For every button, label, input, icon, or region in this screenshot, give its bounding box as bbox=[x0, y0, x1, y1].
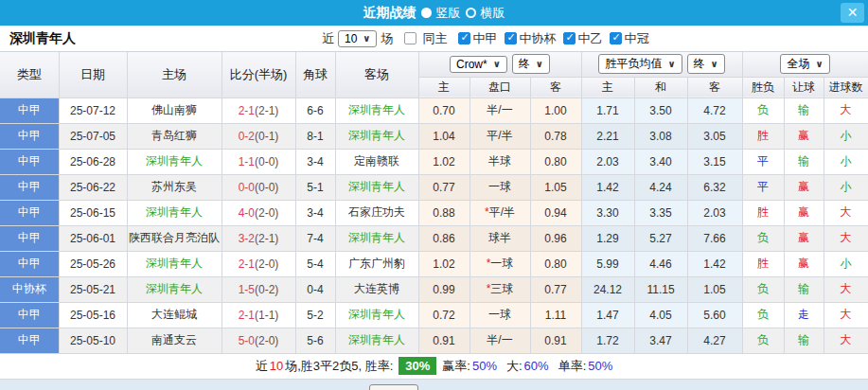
scope-select[interactable]: 全场 bbox=[780, 54, 829, 74]
odds-away-cell: 0.94 bbox=[530, 200, 581, 225]
corners-cell: 5-6 bbox=[295, 328, 335, 353]
league-checkbox-中甲[interactable] bbox=[458, 32, 470, 44]
odds-away-cell: 1.05 bbox=[530, 174, 581, 200]
avg-lose-cell: 7.66 bbox=[687, 225, 742, 251]
avg-draw-cell: 4.46 bbox=[634, 251, 687, 276]
portrait-radio[interactable] bbox=[421, 8, 432, 18]
handicap-cell: *三球 bbox=[469, 276, 530, 302]
league-type-cell: 中甲 bbox=[0, 200, 59, 225]
same-home-checkbox[interactable] bbox=[404, 32, 416, 44]
league-label[interactable]: 中协杯 bbox=[519, 31, 556, 45]
league-label[interactable]: 中甲 bbox=[472, 31, 497, 45]
away-team-cell: 深圳青年人 bbox=[335, 328, 418, 353]
col-header-away: 客场 bbox=[335, 52, 418, 98]
wdl-result-cell: 负 bbox=[742, 98, 784, 123]
partial-button[interactable] bbox=[369, 384, 418, 390]
wdl-result-cell: 平 bbox=[742, 149, 784, 174]
match-count-select[interactable]: 10 bbox=[338, 30, 377, 47]
league-type-cell: 中甲 bbox=[0, 328, 59, 353]
odds-home-cell: 0.77 bbox=[418, 174, 469, 200]
league-type-cell: 中甲 bbox=[0, 251, 59, 276]
goals-result-cell: 大 bbox=[824, 98, 868, 123]
avg-win-cell: 2.21 bbox=[581, 123, 634, 149]
avg-win-cell: 1.47 bbox=[581, 302, 634, 328]
sub-col-header: 和 bbox=[634, 77, 687, 98]
home-team-cell: 南通支云 bbox=[127, 328, 221, 353]
sub-col-header: 客 bbox=[687, 77, 742, 98]
score-cell: 0-0(0-0) bbox=[221, 174, 295, 200]
handicap-cell: *一球 bbox=[469, 251, 530, 276]
wdl-result-cell: 胜 bbox=[742, 251, 784, 276]
near-label: 近 bbox=[322, 30, 334, 47]
bookmaker-select[interactable]: Crow* bbox=[450, 56, 507, 73]
league-label[interactable]: 中乙 bbox=[577, 31, 602, 45]
league-checkbox-中乙[interactable] bbox=[563, 32, 576, 44]
close-icon[interactable]: ✕ bbox=[841, 3, 864, 23]
odds-home-cell: 1.04 bbox=[418, 123, 469, 149]
league-checkbox-中冠[interactable] bbox=[610, 32, 622, 44]
odds-home-cell: 1.02 bbox=[418, 149, 469, 174]
landscape-label[interactable]: 横版 bbox=[481, 5, 505, 22]
sub-col-header: 主 bbox=[581, 77, 634, 98]
league-checkbox-中协杯[interactable] bbox=[505, 32, 517, 44]
games-label: 场 bbox=[381, 30, 393, 47]
same-home-label[interactable]: 同主 bbox=[422, 30, 447, 47]
score-cell: 2-1(1-1) bbox=[221, 302, 295, 328]
handicap-result-cell: 输 bbox=[784, 276, 824, 302]
avg-lose-cell: 1.05 bbox=[687, 276, 742, 302]
score-cell: 1-5(0-2) bbox=[221, 276, 295, 302]
home-team-cell: 苏州东吴 bbox=[127, 174, 221, 200]
col-header-date: 日期 bbox=[59, 52, 127, 98]
handicap-cell: *平/半 bbox=[469, 200, 530, 225]
handicap-result-cell: 赢 bbox=[784, 123, 824, 149]
odds-home-cell: 1.02 bbox=[418, 251, 469, 276]
recent-results-popup: 近期战绩 竖版 横版 ✕ 深圳青年人 近 10 场 同主 中甲中协杯中乙中冠 bbox=[0, 0, 868, 390]
avg-stage-select[interactable]: 终 bbox=[687, 54, 725, 74]
scope-header: 全场 bbox=[742, 52, 868, 77]
score-cell: 0-2(0-1) bbox=[221, 123, 295, 149]
date-cell: 25-05-21 bbox=[59, 276, 127, 302]
match-row: 中甲25-07-05青岛红狮0-2(0-1)8-1深圳青年人1.04平/半0.7… bbox=[0, 123, 868, 149]
summary-near: 近 bbox=[256, 358, 268, 375]
corners-cell: 3-4 bbox=[295, 149, 335, 174]
handicap-cell: 球半 bbox=[469, 225, 530, 251]
date-cell: 25-07-12 bbox=[59, 98, 127, 123]
single-rate-value: 50% bbox=[588, 359, 612, 373]
handicap-result-cell: 走 bbox=[784, 302, 824, 328]
odds-home-cell: 0.99 bbox=[418, 276, 469, 302]
handicap-cell: 一球 bbox=[469, 174, 530, 200]
bookmaker-stage-select[interactable]: 终 bbox=[512, 54, 550, 74]
league-label[interactable]: 中冠 bbox=[624, 31, 648, 45]
handicap-cell: 平/半 bbox=[469, 123, 530, 149]
away-team-cell: 深圳青年人 bbox=[335, 174, 418, 200]
handicap-rate-label: 赢率: bbox=[442, 358, 470, 375]
away-team-cell: 定南赣联 bbox=[335, 149, 418, 174]
odds-away-cell: 0.78 bbox=[530, 123, 581, 149]
corners-cell: 6-6 bbox=[295, 98, 335, 123]
avg-win-cell: 3.30 bbox=[581, 200, 634, 225]
portrait-label[interactable]: 竖版 bbox=[436, 5, 461, 22]
odds-home-cell: 0.91 bbox=[418, 328, 469, 353]
avg-lose-cell: 1.42 bbox=[687, 251, 742, 276]
league-type-cell: 中甲 bbox=[0, 98, 59, 123]
goals-result-cell: 小 bbox=[824, 123, 868, 149]
summary-games: 10 bbox=[270, 359, 283, 373]
home-team-cell: 陕西联合月亮泊队 bbox=[127, 225, 221, 251]
wdl-result-cell: 负 bbox=[742, 302, 784, 328]
odds-away-cell: 0.77 bbox=[530, 276, 581, 302]
filter-bar: 深圳青年人 近 10 场 同主 中甲中协杯中乙中冠 bbox=[0, 26, 868, 52]
sub-col-header: 进球数 bbox=[824, 77, 868, 98]
handicap-result-cell: 赢 bbox=[784, 251, 824, 276]
avg-lose-cell: 2.03 bbox=[687, 200, 742, 225]
avg-type-select[interactable]: 胜平负均值 bbox=[598, 54, 682, 74]
handicap-cell: 半球 bbox=[469, 149, 530, 174]
corners-cell: 3-4 bbox=[295, 200, 335, 225]
team-name: 深圳青年人 bbox=[9, 30, 322, 47]
odds-home-cell: 0.70 bbox=[418, 98, 469, 123]
away-team-cell: 石家庄功夫 bbox=[335, 200, 418, 225]
summary-bar: 近10场,胜3平2负5, 胜率:30%赢率:50%大:60%单率:50% bbox=[0, 354, 868, 380]
avg-lose-cell: 6.32 bbox=[687, 174, 742, 200]
landscape-radio[interactable] bbox=[466, 8, 476, 18]
filters: 近 10 场 同主 中甲中协杯中乙中冠 bbox=[322, 30, 648, 47]
away-team-cell: 深圳青年人 bbox=[335, 225, 418, 251]
